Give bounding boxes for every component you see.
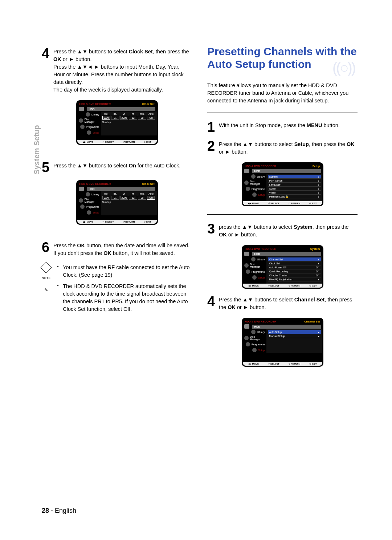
right-icon: ► [69, 56, 74, 62]
dpad-icon: ▲▼◄ ► [77, 64, 99, 70]
decorative-icon: ((○)) [332, 59, 355, 77]
osd-screenshot-clock-1: HDD & DVD RECORDERClock Set HDD Library … [76, 100, 158, 145]
updown-icon: ▲▼ [77, 163, 87, 169]
nav-select: ⏎ SELECT [102, 141, 114, 143]
step-text: With the unit in Stop mode, press the ME… [219, 121, 340, 133]
osd-screenshot-channel-set: HDD & DVD RECORDERChannel Set HDD Librar… [242, 318, 323, 367]
note-icon: ✎ NOTE [42, 264, 50, 317]
updown-icon: ▲▼ [242, 224, 253, 230]
page-footer: 28 - English [42, 507, 76, 515]
step-text: Press the OK button, then the date and t… [53, 241, 192, 257]
step-number: 4 [207, 295, 215, 311]
step-number: 3 [207, 223, 215, 239]
manual-page: System Setup 4 Press the ▲▼ buttons to s… [0, 0, 392, 540]
step-3: 3 press the ▲▼ buttons to select System,… [207, 223, 358, 239]
nav-move: ◀▶ MOVE [82, 141, 93, 143]
hdd-icon [244, 169, 249, 173]
note-item: The HDD & DVD RECORDER automatically set… [57, 283, 192, 313]
hdd-icon [79, 187, 84, 191]
divider [207, 214, 358, 215]
step-text: Press the ▲▼ buttons to select Clock Set… [53, 47, 192, 94]
step-1: 1 With the unit in Stop mode, press the … [207, 121, 358, 133]
step-text: Press the ▲▼ buttons to select Setup, th… [219, 140, 358, 156]
step-4: 4 Press the ▲▼ buttons to select Clock S… [42, 47, 192, 94]
step-number: 5 [42, 161, 50, 174]
step-text: press the ▲▼ buttons to select System, t… [219, 223, 358, 239]
hdd-icon [79, 107, 84, 111]
right-column: Presetting Channels with the Auto Setup … [207, 47, 358, 370]
right-icon: ► [225, 149, 230, 155]
two-column-layout: 4 Press the ▲▼ buttons to select Clock S… [42, 47, 358, 370]
left-column: 4 Press the ▲▼ buttons to select Clock S… [42, 47, 192, 370]
note-list: You must have the RF cable connected to … [57, 264, 192, 317]
updown-icon: ▲▼ [242, 297, 253, 303]
hdd-icon [244, 252, 249, 256]
divider [42, 153, 192, 153]
osd-screenshot-system: HDD & DVD RECORDERSystem HDD Library Dis… [242, 245, 323, 289]
note-item: You must have the RF cable connected to … [57, 264, 192, 279]
step-6: 6 Press the OK button, then the date and… [42, 241, 192, 257]
step-2: 2 Press the ▲▼ buttons to select Setup, … [207, 140, 358, 156]
step-number: 6 [42, 241, 50, 257]
updown-icon: ▲▼ [77, 49, 87, 54]
step-number: 2 [207, 140, 215, 156]
divider [42, 233, 192, 233]
note-block: ✎ NOTE You must have the RF cable connec… [42, 264, 192, 317]
updown-icon: ▲▼ [242, 141, 253, 147]
step-text: Press the ▲▼ buttons to select Channel S… [219, 295, 358, 311]
nav-exit: ⊖ EXIT [144, 141, 151, 143]
chapter-side-tab: System Setup [33, 125, 41, 174]
step-number: 4 [42, 47, 50, 94]
right-icon: ► [243, 304, 248, 310]
osd-screenshot-setup: HDD & DVD RECORDERSetup HDD Library Disc… [242, 162, 323, 206]
right-icon: ► [234, 232, 240, 237]
hdd-icon [244, 324, 249, 329]
step-5: 5 Press the ▲▼ buttons to select On for … [42, 161, 192, 174]
step-number: 1 [207, 121, 215, 133]
intro-paragraph: This feature allows you to manually set … [207, 82, 358, 105]
divider [207, 113, 358, 113]
section-heading: Presetting Channels with the Auto Setup … [207, 45, 358, 71]
osd-screenshot-clock-2: HDD & DVD RECORDERClock Set HDD Library … [76, 180, 158, 225]
nav-return: ↺ RETURN [123, 141, 135, 143]
step-4b: 4 Press the ▲▼ buttons to select Channel… [207, 295, 358, 311]
step-text: Press the ▲▼ buttons to select On for th… [53, 161, 180, 174]
